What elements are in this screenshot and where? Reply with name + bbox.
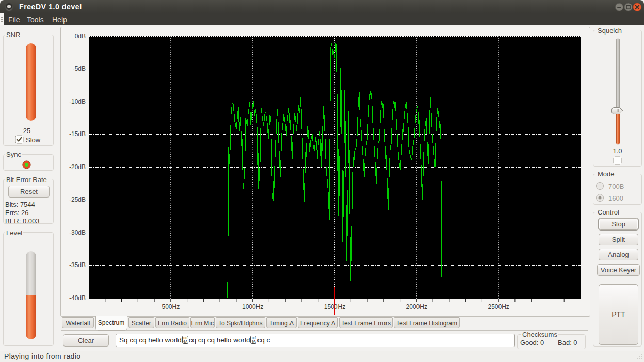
svg-text:1500Hz: 1500Hz bbox=[324, 303, 345, 310]
svg-text:-40dB: -40dB bbox=[69, 294, 86, 302]
svg-text:-30dB: -30dB bbox=[69, 229, 86, 236]
svg-text:500Hz: 500Hz bbox=[162, 303, 180, 310]
svg-text:-20dB: -20dB bbox=[69, 163, 86, 171]
svg-text:-25dB: -25dB bbox=[69, 196, 86, 203]
svg-text:2000Hz: 2000Hz bbox=[406, 303, 427, 310]
svg-text:1000Hz: 1000Hz bbox=[242, 303, 263, 310]
svg-text:0dB: 0dB bbox=[75, 32, 86, 40]
svg-text:2500Hz: 2500Hz bbox=[488, 303, 509, 310]
svg-text:-5dB: -5dB bbox=[73, 65, 86, 72]
svg-text:-35dB: -35dB bbox=[69, 261, 86, 269]
svg-text:-15dB: -15dB bbox=[69, 130, 86, 138]
svg-text:-10dB: -10dB bbox=[69, 98, 86, 105]
